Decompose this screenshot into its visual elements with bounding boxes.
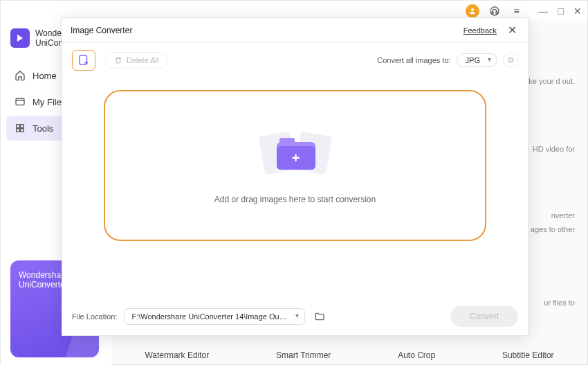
tools-icon xyxy=(15,123,26,134)
folder-icon xyxy=(314,311,325,322)
tool-item[interactable]: Smart Trimmer xyxy=(276,350,331,360)
file-location-value: F:\Wondershare UniConverter 14\Image Out… xyxy=(131,312,292,321)
files-icon xyxy=(15,96,26,107)
bg-text: ur files to xyxy=(544,297,575,308)
modal-footer: File Location: F:\Wondershare UniConvert… xyxy=(62,298,528,335)
minimize-button[interactable]: — xyxy=(539,6,549,17)
convert-button-label: Convert xyxy=(470,312,499,321)
svg-rect-6 xyxy=(21,125,24,128)
svg-rect-7 xyxy=(17,129,20,132)
format-selected-value: JPG xyxy=(466,56,480,64)
close-button[interactable]: ✕ xyxy=(573,6,582,17)
dropzone[interactable]: + Add or drag images here to start conve… xyxy=(104,90,486,241)
maximize-button[interactable]: □ xyxy=(558,6,564,17)
sidebar-item-label: Tools xyxy=(33,123,53,134)
file-location-label: File Location: xyxy=(72,312,117,321)
bg-text: ages to other xyxy=(531,224,575,235)
modal-close-button[interactable]: ✕ xyxy=(505,24,520,37)
modal-title: Image Converter xyxy=(71,26,132,35)
file-location-select[interactable]: F:\Wondershare UniConverter 14\Image Out… xyxy=(124,308,305,325)
svg-point-0 xyxy=(471,8,474,11)
convert-button[interactable]: Convert xyxy=(450,306,518,327)
window-controls: — □ ✕ xyxy=(539,6,582,17)
main-window: ≡ — □ ✕ Wondershare UniConverter Home My… xyxy=(0,0,588,365)
tool-item[interactable]: Watermark Editor xyxy=(145,350,209,360)
modal-toolbar: Delete All Convert all images to: JPG ⚙ xyxy=(62,43,528,78)
gear-icon: ⚙ xyxy=(507,55,515,65)
tool-item[interactable]: Auto Crop xyxy=(398,350,435,360)
add-file-icon xyxy=(77,54,90,66)
settings-button[interactable]: ⚙ xyxy=(503,53,518,68)
image-converter-modal: Image Converter Feedback ✕ Delete All Co… xyxy=(62,17,529,336)
convert-to-label: Convert all images to: xyxy=(377,56,450,64)
brand-logo xyxy=(10,28,30,48)
dropzone-illustration: + xyxy=(257,127,333,181)
home-icon xyxy=(15,70,26,81)
bg-text: nverter xyxy=(551,210,575,221)
dropzone-caption: Add or drag images here to start convers… xyxy=(214,195,376,204)
open-folder-button[interactable] xyxy=(312,309,327,324)
folder-plus-icon: + xyxy=(277,146,315,170)
support-icon[interactable] xyxy=(488,4,502,18)
format-select[interactable]: JPG xyxy=(457,53,497,67)
tool-item[interactable]: Subtitle Editor xyxy=(502,350,554,360)
svg-rect-5 xyxy=(17,125,20,128)
menu-icon[interactable]: ≡ xyxy=(510,4,524,18)
delete-all-button[interactable]: Delete All xyxy=(105,52,167,69)
svg-rect-3 xyxy=(496,12,497,14)
svg-rect-4 xyxy=(16,98,24,105)
sidebar-item-label: Home xyxy=(33,71,57,81)
feedback-link[interactable]: Feedback xyxy=(463,26,497,35)
trash-icon xyxy=(114,56,122,64)
add-image-button[interactable] xyxy=(72,50,95,71)
modal-header: Image Converter Feedback ✕ xyxy=(62,18,528,43)
delete-all-label: Delete All xyxy=(127,56,158,64)
bg-text: HD video for xyxy=(533,143,575,154)
svg-rect-8 xyxy=(21,129,24,132)
svg-rect-2 xyxy=(492,12,493,14)
tool-row: Watermark Editor Smart Trimmer Auto Crop… xyxy=(111,350,587,360)
user-avatar[interactable] xyxy=(466,4,479,18)
